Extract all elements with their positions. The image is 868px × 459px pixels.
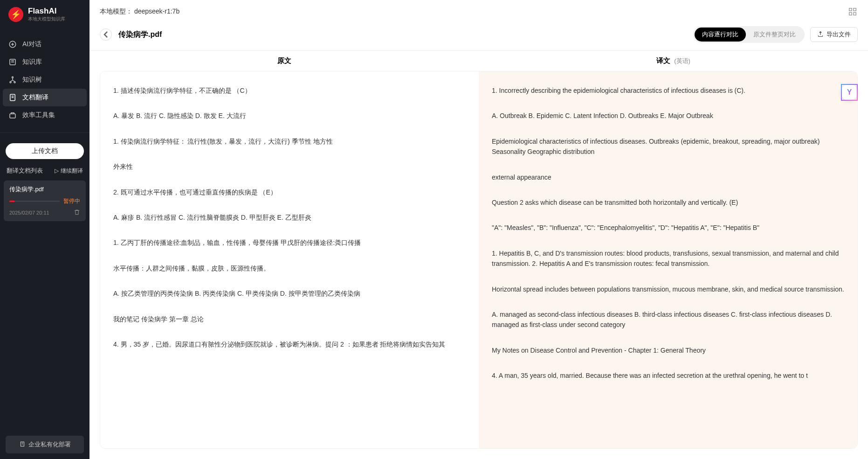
source-para: A. 按乙类管理的丙类传染病 B. 丙类传染病 C. 甲类传染病 D. 按甲类管… <box>113 288 466 299</box>
nav-label: 效率工具集 <box>22 111 55 119</box>
source-para: 2. 既可通过水平传播，也可通过垂直传播的疾病是 （E） <box>113 187 466 197</box>
tree-icon <box>8 76 17 84</box>
main: 本地模型： deepseek-r1:7b 传染病学.pdf 内容逐行对比 原文件… <box>90 0 868 459</box>
sidebar: ⚡ FlashAI 本地大模型知识库 AI对话 知识库 知识树 文档翻译 <box>0 0 90 459</box>
svg-point-4 <box>14 82 15 83</box>
nav-item-chat[interactable]: AI对话 <box>0 35 90 53</box>
svg-rect-9 <box>854 8 856 11</box>
target-para: My Notes on Disease Control and Preventi… <box>492 345 844 355</box>
back-button[interactable] <box>100 28 112 41</box>
svg-rect-11 <box>854 13 856 15</box>
source-para: 4. 男，35 岁，已婚。因尿道口有脓性分泌物到医院就诊，被诊断为淋病。提问 2… <box>113 339 466 349</box>
export-icon <box>817 31 824 39</box>
chat-icon <box>8 40 17 49</box>
source-para: 外来性 <box>113 161 466 172</box>
col-header-source: 原文 <box>90 56 479 65</box>
target-para: A. Outbreak B. Epidemic C. Latent Infect… <box>492 111 844 121</box>
doc-status: 暂停中 <box>63 197 80 205</box>
page-title: 传染病学.pdf <box>118 30 162 40</box>
source-para: A. 麻疹 B. 流行性感冒 C. 流行性脑脊髓膜炎 D. 甲型肝炎 E. 乙型… <box>113 212 466 223</box>
apps-icon[interactable] <box>847 7 858 17</box>
doc-list-title: 翻译文档列表 <box>7 167 43 175</box>
toolbox-icon <box>8 111 17 119</box>
source-para: 1. 描述传染病流行病学特征，不正确的是 （C） <box>113 85 466 96</box>
nav-label: 知识库 <box>22 58 42 66</box>
tab-line-compare[interactable]: 内容逐行对比 <box>695 28 746 42</box>
play-icon: ▷ <box>55 167 59 174</box>
nav-label: AI对话 <box>22 40 41 49</box>
logo-subtitle: 本地大模型知识库 <box>28 16 65 22</box>
target-para: external appearance <box>492 172 844 182</box>
target-para: "A": "Measles", "B": "Influenza", "C": "… <box>492 223 844 233</box>
header: 传染病学.pdf 内容逐行对比 原文件整页对比 导出文件 <box>90 21 868 51</box>
column-headers: 原文 译文 (英语) <box>90 51 868 71</box>
continue-translate-button[interactable]: ▷ 继续翻译 <box>55 167 83 175</box>
logo-icon: ⚡ <box>8 7 23 22</box>
upload-button[interactable]: 上传文档 <box>6 143 84 159</box>
view-tabs: 内容逐行对比 原文件整页对比 <box>693 26 805 43</box>
target-para: 1. Incorrectly describing the epidemiolo… <box>492 85 844 96</box>
doc-list-item[interactable]: 传染病学.pdf 暂停中 2025/02/07 20:11 <box>4 181 86 221</box>
target-column: 1. Incorrectly describing the epidemiolo… <box>479 71 857 448</box>
svg-rect-8 <box>849 8 852 11</box>
nav-item-tools[interactable]: 效率工具集 <box>0 106 90 124</box>
building-icon <box>19 441 26 449</box>
logo-title: FlashAI <box>28 7 65 16</box>
target-para: Horizontal spread includes between popul… <box>492 284 844 294</box>
content-area[interactable]: 1. 描述传染病流行病学特征，不正确的是 （C）A. 暴发 B. 流行 C. 隐… <box>90 71 868 459</box>
nav-label: 知识树 <box>22 76 42 84</box>
source-para: 1. 乙丙丁肝的传播途径:血制品，输血，性传播，母婴传播 甲戊肝的传播途径:粪口… <box>113 237 466 248</box>
doc-list-header: 翻译文档列表 ▷ 继续翻译 <box>0 164 90 178</box>
top-bar: 本地模型： deepseek-r1:7b <box>90 0 868 21</box>
svg-rect-6 <box>10 114 15 118</box>
book-icon <box>8 58 17 66</box>
delete-icon[interactable] <box>74 209 80 216</box>
doc-progress-bar <box>9 201 60 202</box>
col-header-target: 译文 (英语) <box>479 56 868 65</box>
source-para: 水平传播：人群之间传播，黏膜，皮肤，医源性传播。 <box>113 263 466 273</box>
svg-point-2 <box>12 76 14 78</box>
logo: ⚡ FlashAI 本地大模型知识库 <box>0 0 90 27</box>
nav-label: 文档翻译 <box>22 93 48 102</box>
target-para: Epidemiological characteristics of infec… <box>492 136 844 157</box>
nav: AI对话 知识库 知识树 文档翻译 效率工具集 <box>0 27 90 129</box>
target-para: Question 2 asks which disease can be tra… <box>492 197 844 208</box>
target-para: 1. Hepatitis B, C, and D's transmission … <box>492 248 844 269</box>
source-column: 1. 描述传染病流行病学特征，不正确的是 （C）A. 暴发 B. 流行 C. 隐… <box>100 71 479 448</box>
tab-page-compare[interactable]: 原文件整页对比 <box>746 28 803 42</box>
target-para: A. managed as second-class infectious di… <box>492 309 844 330</box>
svg-point-3 <box>10 82 11 83</box>
doc-timestamp: 2025/02/07 20:11 <box>9 210 49 216</box>
export-button[interactable]: 导出文件 <box>810 27 858 42</box>
target-para: 4. A man, 35 years old, married. Because… <box>492 370 844 381</box>
nav-item-translate[interactable]: 文档翻译 <box>3 89 87 106</box>
document-icon <box>8 93 17 102</box>
source-para: 1. 传染病流行病学特征： 流行性(散发，暴发，流行，大流行) 季节性 地方性 <box>113 136 466 146</box>
model-info: 本地模型： deepseek-r1:7b <box>100 7 179 16</box>
doc-item-name: 传染病学.pdf <box>9 185 80 194</box>
nav-item-tree[interactable]: 知识树 <box>0 71 90 89</box>
enterprise-deploy-button[interactable]: 企业私有化部署 <box>6 436 84 453</box>
floating-assistant-badge[interactable]: Y <box>841 84 858 101</box>
source-para: A. 暴发 B. 流行 C. 隐性感染 D. 散发 E. 大流行 <box>113 111 466 121</box>
source-para: 我的笔记 传染病学 第一章 总论 <box>113 314 466 324</box>
nav-item-kb[interactable]: 知识库 <box>0 53 90 71</box>
assistant-icon: Y <box>847 88 852 97</box>
svg-rect-10 <box>849 13 852 15</box>
